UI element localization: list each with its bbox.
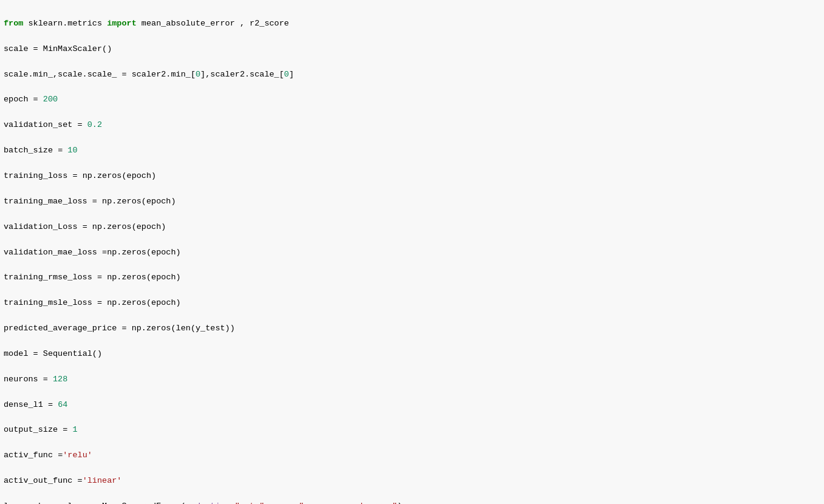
line-7: training_loss = np.zeros(epoch) — [4, 170, 820, 183]
line-18: activ_func ='relu' — [4, 449, 820, 462]
line-3: scale.min_,scale.scale_ = scaler2.min_[0… — [4, 69, 820, 81]
line-1: from sklearn.metrics import mean_absolut… — [4, 18, 820, 30]
line-8: training_mae_loss = np.zeros(epoch) — [4, 196, 820, 208]
line-16: dense_l1 = 64 — [4, 399, 820, 412]
line-10: validation_mae_loss =np.zeros(epoch) — [4, 247, 820, 259]
line-19: activ_out_func ='linear' — [4, 475, 820, 488]
line-6: batch_size = 10 — [4, 145, 820, 157]
line-11: training_rmse_loss = np.zeros(epoch) — [4, 271, 820, 284]
code-block: from sklearn.metrics import mean_absolut… — [0, 0, 824, 504]
line-4: epoch = 200 — [4, 94, 820, 106]
line-2: scale = MinMaxScaler() — [4, 43, 820, 56]
line-17: output_size = 1 — [4, 424, 820, 437]
line-9: validation_Loss = np.zeros(epoch) — [4, 221, 820, 234]
line-14: model = Sequential() — [4, 348, 820, 361]
line-13: predicted_average_price = np.zeros(len(y… — [4, 322, 820, 335]
line-5: validation_set = 0.2 — [4, 119, 820, 132]
line-15: neurons = 128 — [4, 373, 820, 386]
line-12: training_msle_loss = np.zeros(epoch) — [4, 297, 820, 310]
line-20: loss = keras.losses.MeanSquaredError(red… — [4, 500, 820, 504]
